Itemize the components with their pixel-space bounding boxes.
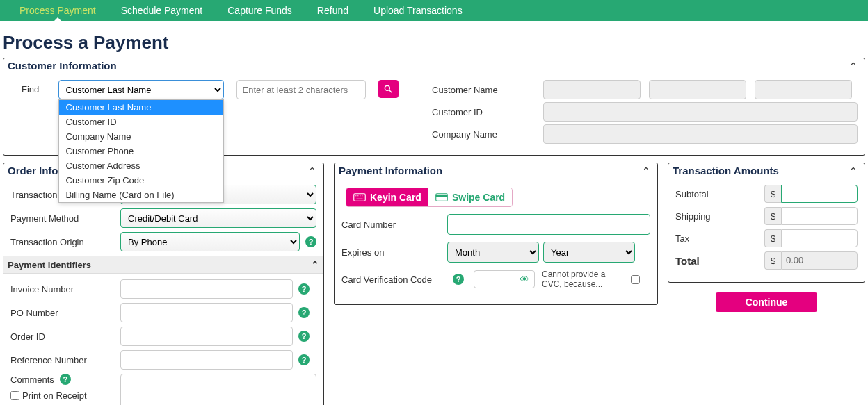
- currency-icon: $: [764, 207, 781, 225]
- find-label: Find: [22, 80, 46, 94]
- search-icon: [383, 84, 393, 94]
- shipping-input[interactable]: [781, 207, 858, 225]
- top-nav: Process Payment Schedule Payment Capture…: [0, 0, 868, 21]
- total-value: 0.00: [781, 251, 858, 270]
- svg-point-0: [385, 85, 390, 90]
- shipping-label: Shipping: [675, 211, 764, 222]
- swipe-card-label: Swipe Card: [452, 192, 505, 203]
- svg-rect-8: [436, 194, 448, 201]
- ref-help-icon[interactable]: ?: [298, 354, 310, 365]
- find-opt-customer-address[interactable]: Customer Address: [59, 158, 223, 173]
- orderid-label: Order ID: [10, 331, 120, 342]
- origin-label: Transaction Origin: [10, 237, 120, 247]
- keyboard-icon: [353, 193, 366, 201]
- customer-middle-name-field: [649, 80, 746, 99]
- find-opt-billing-name[interactable]: Billing Name (Card on File): [59, 188, 223, 202]
- find-opt-last-name[interactable]: Customer Last Name: [59, 100, 223, 115]
- transaction-amounts-panel: Transaction Amounts ⌃ Subtotal $ Shippin…: [668, 163, 865, 283]
- print-on-receipt-checkbox[interactable]: [10, 391, 19, 400]
- nav-schedule-payment[interactable]: Schedule Payment: [108, 0, 216, 21]
- currency-icon: $: [764, 229, 781, 247]
- cvc-cannot-provide-checkbox[interactable]: [631, 275, 640, 284]
- find-by-dropdown: Customer Last Name Customer ID Company N…: [58, 99, 224, 203]
- nav-capture-funds[interactable]: Capture Funds: [215, 0, 305, 21]
- customer-last-name-field: [755, 80, 852, 99]
- customer-id-field: [543, 102, 858, 122]
- total-label: Total: [675, 255, 764, 267]
- card-number-label: Card Number: [341, 220, 447, 230]
- payment-identifiers-title: Payment Identifiers: [8, 260, 91, 270]
- comments-label: Comments: [10, 374, 54, 385]
- customer-first-name-field: [543, 80, 641, 99]
- exp-year-select[interactable]: Year: [543, 242, 635, 263]
- card-entry-toggle: Keyin Card Swipe Card: [346, 188, 513, 207]
- po-input[interactable]: [120, 303, 293, 322]
- ref-label: Reference Number: [10, 355, 120, 365]
- company-name-label: Company Name: [432, 129, 543, 140]
- keyin-card-button[interactable]: Keyin Card: [346, 188, 428, 206]
- cvc-show-icon[interactable]: 👁: [520, 274, 529, 285]
- svg-rect-2: [354, 194, 366, 201]
- collapse-identifiers-icon[interactable]: ⌃: [311, 259, 319, 270]
- page-title: Process a Payment: [3, 32, 865, 53]
- tax-input[interactable]: [781, 229, 858, 247]
- amounts-title: Transaction Amounts: [673, 165, 779, 176]
- customer-search-button[interactable]: [378, 80, 399, 98]
- invoice-help-icon[interactable]: ?: [298, 283, 310, 295]
- comments-textarea[interactable]: [120, 374, 316, 405]
- keyin-card-label: Keyin Card: [370, 192, 421, 203]
- continue-button[interactable]: Continue: [716, 292, 817, 312]
- subtotal-label: Subtotal: [675, 189, 764, 199]
- exp-month-select[interactable]: Month: [447, 242, 539, 263]
- origin-select[interactable]: By Phone: [120, 232, 300, 251]
- ref-input[interactable]: [120, 350, 293, 370]
- collapse-customer-icon[interactable]: ⌃: [849, 60, 858, 72]
- card-number-input[interactable]: [447, 214, 650, 235]
- comments-help-icon[interactable]: ?: [60, 374, 71, 385]
- find-opt-customer-phone[interactable]: Customer Phone: [59, 144, 223, 158]
- svg-line-1: [389, 90, 392, 93]
- customer-name-label: Customer Name: [432, 85, 543, 95]
- tax-label: Tax: [675, 233, 764, 244]
- orderid-help-icon[interactable]: ?: [298, 331, 310, 342]
- payment-info-title: Payment Information: [339, 165, 442, 176]
- subtotal-input[interactable]: [781, 185, 858, 203]
- nav-process-payment[interactable]: Process Payment: [7, 0, 108, 21]
- svg-rect-9: [436, 195, 448, 197]
- nav-refund[interactable]: Refund: [305, 0, 361, 21]
- find-opt-customer-zip[interactable]: Customer Zip Code: [59, 173, 223, 188]
- payment-info-panel: Payment Information ⌃ Keyin Card Swipe C…: [334, 163, 658, 305]
- currency-icon: $: [764, 185, 781, 203]
- collapse-payment-icon[interactable]: ⌃: [642, 165, 650, 176]
- invoice-label: Invoice Number: [10, 284, 120, 295]
- origin-help-icon[interactable]: ?: [305, 236, 316, 247]
- find-by-select[interactable]: Customer Last Name: [58, 80, 224, 99]
- customer-info-panel: Customer Information ⌃ Find Customer Las…: [3, 58, 865, 156]
- customer-info-title: Customer Information: [8, 60, 117, 72]
- customer-id-label: Customer ID: [432, 107, 543, 117]
- po-help-icon[interactable]: ?: [298, 307, 310, 318]
- customer-search-input[interactable]: [236, 80, 366, 99]
- nav-upload-transactions[interactable]: Upload Transactions: [361, 0, 475, 21]
- swipe-card-button[interactable]: Swipe Card: [428, 188, 512, 206]
- pay-method-label: Payment Method: [10, 213, 120, 224]
- pay-method-select[interactable]: Credit/Debit Card: [120, 208, 316, 228]
- orderid-input[interactable]: [120, 327, 293, 346]
- print-on-receipt-label: Print on Receipt: [22, 390, 87, 401]
- invoice-input[interactable]: [120, 279, 293, 299]
- company-name-field: [543, 124, 858, 144]
- find-opt-customer-id[interactable]: Customer ID: [59, 115, 223, 129]
- collapse-amounts-icon[interactable]: ⌃: [849, 165, 858, 176]
- card-icon: [435, 193, 448, 201]
- currency-icon: $: [764, 251, 781, 270]
- cvc-label: Card Verification Code: [341, 274, 447, 285]
- find-opt-company-name[interactable]: Company Name: [59, 129, 223, 144]
- cvc-help-icon[interactable]: ?: [453, 274, 464, 285]
- po-label: PO Number: [10, 308, 120, 318]
- expires-label: Expires on: [341, 247, 447, 258]
- cvc-cannot-provide-label: Cannot provide a CVC, because...: [542, 270, 625, 289]
- collapse-order-icon[interactable]: ⌃: [308, 165, 316, 176]
